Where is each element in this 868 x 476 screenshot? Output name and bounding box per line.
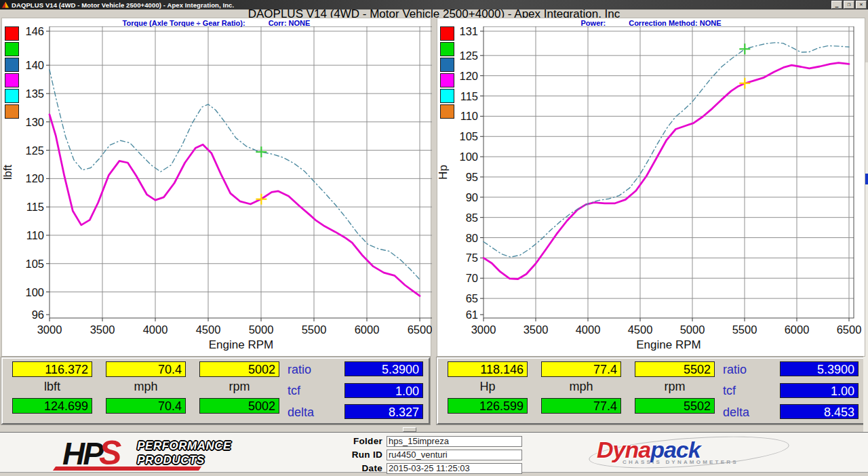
tcf-value: 1.00 <box>780 383 859 398</box>
power-ref-mph: 77.4 <box>541 398 621 414</box>
x-tick-label: 6000 <box>785 323 810 336</box>
dynapack-logo: Dynapack CHASSIS DYNAMOMETERS <box>589 437 792 469</box>
cursor-marker[interactable] <box>739 43 750 54</box>
x-tick-label: 4500 <box>196 323 221 336</box>
date-label: Date <box>339 463 382 473</box>
power-readout-panel: 118.146 77.4 5502 Hp mph rpm 126.599 77.… <box>437 357 865 424</box>
legend-swatch-green[interactable] <box>5 42 19 56</box>
power-unit-label: Hp <box>448 380 528 394</box>
y-tick-label: 90 <box>466 191 478 203</box>
x-tick-label: 3500 <box>90 323 115 336</box>
torque-panel: Torque (Axle Torque ÷ Gear Ratio):Corr: … <box>1 18 431 357</box>
power-chart[interactable]: 1311251201151101051009590858075706561300… <box>437 26 866 352</box>
legend-swatch-blue[interactable] <box>440 58 454 72</box>
torque-readout-panel: 116.372 70.4 5002 lbft mph rpm 124.699 7… <box>1 357 430 424</box>
legend-swatch-green[interactable] <box>440 42 454 56</box>
legend-swatch-orange[interactable] <box>440 104 454 119</box>
y-tick-label: 110 <box>26 229 44 241</box>
y-tick-label: 105 <box>459 130 478 142</box>
tcf-value: 1.00 <box>344 383 423 398</box>
y-tick-label: 140 <box>25 59 44 71</box>
mph-unit-label: mph <box>106 380 186 394</box>
cursor-marker[interactable] <box>256 194 267 205</box>
legend-swatch-magenta[interactable] <box>5 73 19 87</box>
folder-input[interactable] <box>387 436 522 447</box>
x-tick-label: 6000 <box>355 323 380 336</box>
delta-label: delta <box>723 405 749 420</box>
tcf-label: tcf <box>723 384 736 398</box>
x-axis-title: Engine RPM <box>209 338 273 351</box>
power-cursor-value: 118.146 <box>448 361 528 377</box>
y-tick-label: 110 <box>460 110 478 122</box>
ratio-label: ratio <box>288 363 311 377</box>
x-tick-label: 4000 <box>576 323 601 336</box>
torque-legend-swatches <box>5 26 19 120</box>
x-tick-label: 6500 <box>408 323 432 336</box>
y-tick-label: 131 <box>459 26 478 37</box>
legend-swatch-red[interactable] <box>440 26 454 41</box>
gridlines <box>480 26 854 321</box>
torque-cursor-rpm: 5002 <box>199 361 279 377</box>
cursor-marker[interactable] <box>739 78 750 89</box>
footer-bar: HPS PERFORMANCE PRODUCTS Folder Run ID D… <box>0 432 868 473</box>
ratio-value: 5.3900 <box>344 361 423 376</box>
y-tick-label: 80 <box>466 232 478 244</box>
y-tick-label: 115 <box>26 201 44 213</box>
legend-swatch-red[interactable] <box>5 26 19 41</box>
x-tick-label: 5500 <box>732 323 757 336</box>
torque-unit-label: lbft <box>12 380 92 394</box>
torque-ref-mph: 70.4 <box>106 398 186 414</box>
torque-ref-rpm: 5002 <box>199 398 279 414</box>
y-tick-label: 85 <box>466 212 478 224</box>
daqplus-window: DAQPLUS V14 (4WD - Motor Vehicle 2500+40… <box>0 0 868 476</box>
torque-chart[interactable]: 1461401351301251201151101051009630003500… <box>2 26 432 352</box>
legend-swatch-magenta[interactable] <box>440 73 454 87</box>
splitter-notch[interactable] <box>403 427 416 432</box>
run-id-input[interactable] <box>387 450 522 460</box>
legend-swatch-cyan[interactable] <box>5 89 19 103</box>
y-tick-label: 135 <box>25 87 44 100</box>
y-tick-label: 100 <box>459 151 478 163</box>
plot-border <box>484 26 854 318</box>
run-info-fields: Folder Run ID Date <box>339 435 522 475</box>
plot-border <box>50 26 432 318</box>
x-tick-label: 3500 <box>524 323 549 336</box>
power-ref-rpm: 5502 <box>635 398 715 414</box>
y-tick-label: 130 <box>25 116 44 128</box>
hps-logo-line2: PRODUCTS <box>137 453 231 467</box>
power-ref-value: 126.599 <box>448 398 528 414</box>
x-tick-label: 3000 <box>471 323 496 336</box>
y-tick-label: 100 <box>25 286 44 298</box>
y-tick-label: 96 <box>32 309 44 321</box>
rpm-unit-label: rpm <box>199 380 279 394</box>
y-tick-label: 120 <box>459 70 478 82</box>
torque-ref-value: 124.699 <box>12 398 92 414</box>
x-tick-label: 4000 <box>143 323 168 336</box>
power-cursor-rpm: 5502 <box>635 361 715 377</box>
power-legend-swatches <box>440 26 454 120</box>
y-tick-label: 115 <box>460 90 478 102</box>
y-tick-label: 125 <box>459 49 478 62</box>
y-tick-label: 105 <box>25 258 44 270</box>
y-axis-title: lbft <box>2 164 14 180</box>
legend-swatch-orange[interactable] <box>5 104 19 119</box>
delta-label: delta <box>288 405 314 420</box>
legend-swatch-blue[interactable] <box>5 58 19 72</box>
reference-run-torque-curve <box>50 70 420 279</box>
legend-swatch-cyan[interactable] <box>440 89 454 103</box>
y-tick-label: 61 <box>466 309 478 321</box>
hps-logo-line1: PERFORMANCE <box>137 439 231 453</box>
y-tick-label: 70 <box>466 272 478 284</box>
y-tick-label: 65 <box>466 292 478 304</box>
date-input[interactable] <box>387 463 522 474</box>
y-tick-label: 146 <box>25 26 44 37</box>
run-id-label: Run ID <box>339 450 382 460</box>
y-tick-label: 125 <box>25 144 44 157</box>
torque-cursor-value: 116.372 <box>12 361 92 377</box>
cursor-marker[interactable] <box>256 146 267 157</box>
delta-value: 8.327 <box>344 404 423 419</box>
reference-run-power-curve <box>484 43 849 258</box>
gridlines <box>46 26 432 321</box>
torque-cursor-mph: 70.4 <box>106 361 186 377</box>
x-tick-label: 3000 <box>37 323 62 336</box>
